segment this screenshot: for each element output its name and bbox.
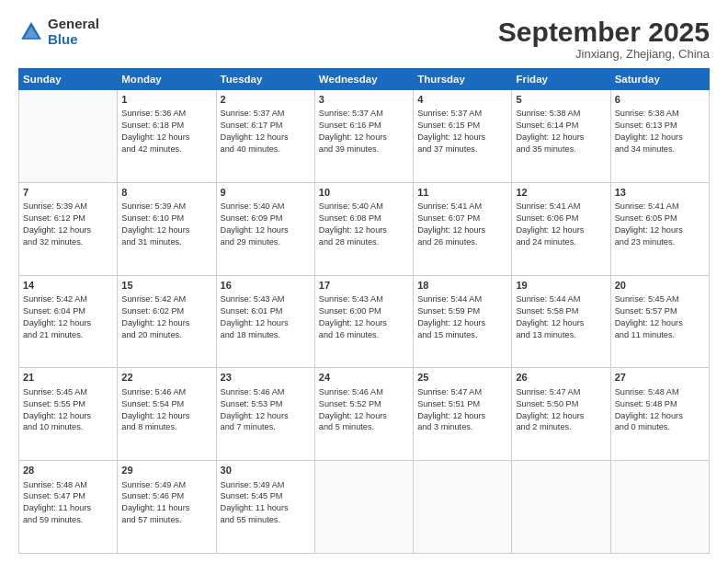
calendar-week-row: 14Sunrise: 5:42 AM Sunset: 6:04 PM Dayli… (19, 275, 710, 368)
calendar-cell: 9Sunrise: 5:40 AM Sunset: 6:09 PM Daylig… (216, 182, 314, 275)
calendar-cell: 17Sunrise: 5:43 AM Sunset: 6:00 PM Dayli… (314, 275, 413, 368)
calendar-day-header: Thursday (414, 69, 512, 90)
day-info: Sunrise: 5:49 AM Sunset: 5:45 PM Dayligh… (221, 480, 289, 525)
day-number: 13 (615, 186, 705, 200)
day-number: 25 (417, 371, 507, 385)
day-number: 24 (319, 371, 409, 385)
logo-line1: General (48, 16, 99, 31)
calendar-cell: 29Sunrise: 5:49 AM Sunset: 5:46 PM Dayli… (118, 461, 216, 554)
calendar-cell: 16Sunrise: 5:43 AM Sunset: 6:01 PM Dayli… (216, 275, 314, 368)
calendar-cell: 23Sunrise: 5:46 AM Sunset: 5:53 PM Dayli… (216, 368, 314, 461)
day-info: Sunrise: 5:38 AM Sunset: 6:14 PM Dayligh… (516, 109, 584, 154)
day-info: Sunrise: 5:38 AM Sunset: 6:13 PM Dayligh… (615, 109, 683, 154)
calendar-week-row: 21Sunrise: 5:45 AM Sunset: 5:55 PM Dayli… (19, 368, 710, 461)
calendar-cell (512, 461, 610, 554)
calendar-cell: 4Sunrise: 5:37 AM Sunset: 6:15 PM Daylig… (414, 90, 512, 183)
calendar-cell: 7Sunrise: 5:39 AM Sunset: 6:12 PM Daylig… (19, 182, 118, 275)
day-info: Sunrise: 5:48 AM Sunset: 5:48 PM Dayligh… (615, 387, 683, 432)
day-number: 16 (221, 279, 311, 293)
day-info: Sunrise: 5:41 AM Sunset: 6:07 PM Dayligh… (417, 201, 485, 247)
calendar-day-header: Tuesday (216, 69, 314, 90)
header: General Blue September 2025 Jinxiang, Zh… (18, 17, 710, 61)
day-info: Sunrise: 5:40 AM Sunset: 6:09 PM Dayligh… (221, 201, 289, 247)
day-info: Sunrise: 5:37 AM Sunset: 6:17 PM Dayligh… (221, 109, 289, 154)
calendar-table: SundayMondayTuesdayWednesdayThursdayFrid… (18, 68, 710, 554)
day-info: Sunrise: 5:43 AM Sunset: 6:00 PM Dayligh… (319, 294, 387, 339)
calendar-cell: 21Sunrise: 5:45 AM Sunset: 5:55 PM Dayli… (19, 368, 118, 461)
day-info: Sunrise: 5:46 AM Sunset: 5:53 PM Dayligh… (221, 387, 289, 432)
day-number: 22 (121, 371, 211, 385)
day-info: Sunrise: 5:40 AM Sunset: 6:08 PM Dayligh… (319, 201, 387, 247)
calendar-day-header: Friday (512, 69, 610, 90)
calendar-cell: 24Sunrise: 5:46 AM Sunset: 5:52 PM Dayli… (314, 368, 413, 461)
day-info: Sunrise: 5:41 AM Sunset: 6:05 PM Dayligh… (615, 201, 683, 247)
calendar-cell: 22Sunrise: 5:46 AM Sunset: 5:54 PM Dayli… (118, 368, 216, 461)
calendar-cell: 5Sunrise: 5:38 AM Sunset: 6:14 PM Daylig… (512, 90, 610, 183)
calendar-cell (314, 461, 413, 554)
day-info: Sunrise: 5:48 AM Sunset: 5:47 PM Dayligh… (23, 480, 91, 525)
day-number: 5 (516, 93, 606, 107)
day-number: 11 (417, 186, 507, 200)
day-number: 15 (121, 279, 211, 293)
day-number: 18 (417, 279, 507, 293)
calendar-cell: 20Sunrise: 5:45 AM Sunset: 5:57 PM Dayli… (610, 275, 709, 368)
calendar-day-header: Wednesday (314, 69, 413, 90)
day-info: Sunrise: 5:49 AM Sunset: 5:46 PM Dayligh… (121, 480, 189, 525)
day-number: 4 (417, 93, 507, 107)
page: General Blue September 2025 Jinxiang, Zh… (0, 0, 728, 563)
calendar-cell: 11Sunrise: 5:41 AM Sunset: 6:07 PM Dayli… (414, 182, 512, 275)
day-info: Sunrise: 5:42 AM Sunset: 6:02 PM Dayligh… (121, 294, 189, 339)
calendar-cell: 25Sunrise: 5:47 AM Sunset: 5:51 PM Dayli… (414, 368, 512, 461)
day-info: Sunrise: 5:44 AM Sunset: 5:59 PM Dayligh… (417, 294, 485, 339)
day-info: Sunrise: 5:44 AM Sunset: 5:58 PM Dayligh… (516, 294, 584, 339)
day-number: 1 (121, 93, 211, 107)
calendar-cell: 1Sunrise: 5:36 AM Sunset: 6:18 PM Daylig… (118, 90, 216, 183)
calendar-week-row: 1Sunrise: 5:36 AM Sunset: 6:18 PM Daylig… (19, 90, 710, 183)
day-number: 7 (23, 186, 113, 200)
day-number: 27 (615, 371, 705, 385)
logo-icon (18, 19, 44, 45)
day-info: Sunrise: 5:43 AM Sunset: 6:01 PM Dayligh… (221, 294, 289, 339)
calendar-cell: 2Sunrise: 5:37 AM Sunset: 6:17 PM Daylig… (216, 90, 314, 183)
calendar-cell: 28Sunrise: 5:48 AM Sunset: 5:47 PM Dayli… (19, 461, 118, 554)
day-number: 2 (221, 93, 311, 107)
day-info: Sunrise: 5:46 AM Sunset: 5:52 PM Dayligh… (319, 387, 387, 432)
title-block: September 2025 Jinxiang, Zhejiang, China (498, 17, 710, 61)
calendar-day-header: Monday (118, 69, 216, 90)
calendar-day-header: Sunday (19, 69, 118, 90)
day-info: Sunrise: 5:42 AM Sunset: 6:04 PM Dayligh… (23, 294, 91, 339)
calendar-cell: 27Sunrise: 5:48 AM Sunset: 5:48 PM Dayli… (610, 368, 709, 461)
day-info: Sunrise: 5:45 AM Sunset: 5:55 PM Dayligh… (23, 387, 91, 432)
calendar-cell (19, 90, 118, 183)
day-number: 23 (221, 371, 311, 385)
day-info: Sunrise: 5:36 AM Sunset: 6:18 PM Dayligh… (121, 109, 189, 154)
day-info: Sunrise: 5:39 AM Sunset: 6:12 PM Dayligh… (23, 201, 91, 247)
calendar-cell: 15Sunrise: 5:42 AM Sunset: 6:02 PM Dayli… (118, 275, 216, 368)
day-number: 21 (23, 371, 113, 385)
calendar-cell: 10Sunrise: 5:40 AM Sunset: 6:08 PM Dayli… (314, 182, 413, 275)
day-number: 6 (615, 93, 705, 107)
day-number: 20 (615, 279, 705, 293)
calendar-week-row: 7Sunrise: 5:39 AM Sunset: 6:12 PM Daylig… (19, 182, 710, 275)
calendar-cell: 26Sunrise: 5:47 AM Sunset: 5:50 PM Dayli… (512, 368, 610, 461)
day-info: Sunrise: 5:47 AM Sunset: 5:50 PM Dayligh… (516, 387, 584, 432)
calendar-cell: 6Sunrise: 5:38 AM Sunset: 6:13 PM Daylig… (610, 90, 709, 183)
subtitle: Jinxiang, Zhejiang, China (498, 47, 710, 61)
day-info: Sunrise: 5:41 AM Sunset: 6:06 PM Dayligh… (516, 201, 584, 247)
day-number: 12 (516, 186, 606, 200)
day-number: 8 (121, 186, 211, 200)
calendar-cell: 18Sunrise: 5:44 AM Sunset: 5:59 PM Dayli… (414, 275, 512, 368)
calendar-cell: 12Sunrise: 5:41 AM Sunset: 6:06 PM Dayli… (512, 182, 610, 275)
day-number: 19 (516, 279, 606, 293)
calendar-cell (414, 461, 512, 554)
calendar-cell: 3Sunrise: 5:37 AM Sunset: 6:16 PM Daylig… (314, 90, 413, 183)
calendar-cell: 14Sunrise: 5:42 AM Sunset: 6:04 PM Dayli… (19, 275, 118, 368)
calendar-header-row: SundayMondayTuesdayWednesdayThursdayFrid… (19, 69, 710, 90)
day-number: 9 (221, 186, 311, 200)
month-title: September 2025 (498, 17, 710, 47)
day-info: Sunrise: 5:37 AM Sunset: 6:16 PM Dayligh… (319, 109, 387, 154)
calendar-cell: 19Sunrise: 5:44 AM Sunset: 5:58 PM Dayli… (512, 275, 610, 368)
day-info: Sunrise: 5:46 AM Sunset: 5:54 PM Dayligh… (121, 387, 189, 432)
calendar-cell: 8Sunrise: 5:39 AM Sunset: 6:10 PM Daylig… (118, 182, 216, 275)
day-info: Sunrise: 5:39 AM Sunset: 6:10 PM Dayligh… (121, 201, 189, 247)
